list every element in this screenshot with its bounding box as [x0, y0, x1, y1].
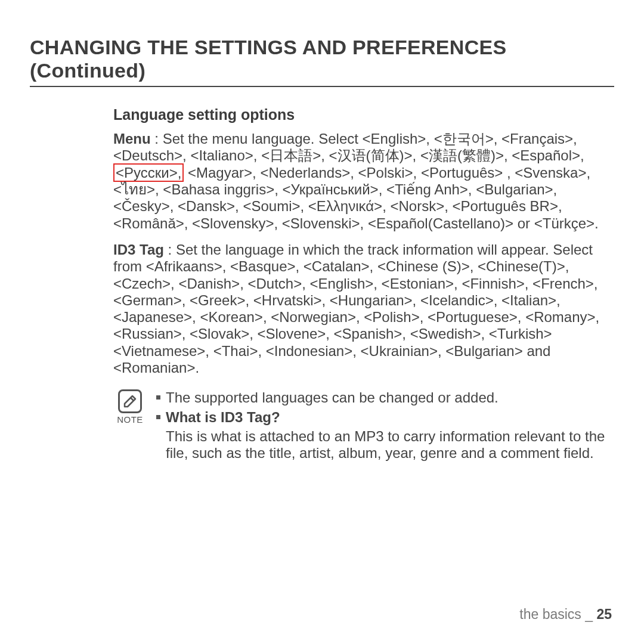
note-bullet-2-title: What is ID3 Tag? [166, 409, 280, 425]
section-subtitle: Language setting options [113, 106, 614, 123]
note-bullet-2-body: This is what is attached to an MP3 to ca… [166, 428, 614, 462]
page-title: CHANGING THE SETTINGS AND PREFERENCES (C… [30, 36, 614, 87]
id3-paragraph: ID3 Tag : Set the language in which the … [113, 242, 614, 377]
menu-rest-text: <Magyar>, <Nederlands>, <Polski>, <Portu… [113, 165, 599, 231]
page-footer: the basics _ 25 [519, 606, 612, 623]
footer-section: the basics _ [519, 606, 596, 622]
note-block: NOTE The supported languages can be chan… [113, 389, 614, 464]
note-label: NOTE [113, 414, 147, 425]
menu-paragraph: Menu : Set the menu language. Select <En… [113, 131, 614, 232]
note-bullet-2: What is ID3 Tag? This is what is attache… [156, 409, 614, 462]
menu-label: Menu [113, 131, 151, 147]
menu-intro-text: : Set the menu language. Select <English… [113, 131, 584, 163]
id3-text: : Set the language in which the track in… [113, 242, 599, 376]
body-text: Menu : Set the menu language. Select <En… [113, 131, 614, 376]
svg-line-0 [131, 398, 134, 401]
id3-label: ID3 Tag [113, 242, 164, 258]
highlighted-language: <Русски>, [113, 163, 184, 182]
footer-page-number: 25 [596, 606, 612, 622]
document-page: CHANGING THE SETTINGS AND PREFERENCES (C… [0, 0, 644, 644]
note-bullet-1: The supported languages can be changed o… [156, 389, 614, 406]
note-pencil-icon [118, 389, 142, 413]
note-icon-column: NOTE [113, 389, 147, 425]
note-content: The supported languages can be changed o… [156, 389, 614, 464]
